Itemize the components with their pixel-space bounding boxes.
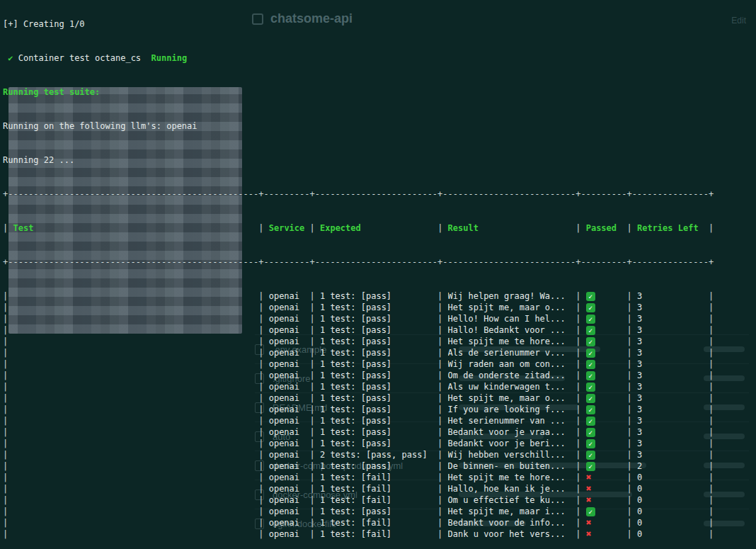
result-cell: Hello! How can I hel...: [448, 313, 571, 324]
test-name-redacted: [13, 381, 253, 392]
column-header: Passed: [586, 222, 622, 234]
service-cell: openai: [269, 438, 305, 449]
passed-cell: ✖: [586, 472, 622, 483]
retries-cell: 3: [637, 347, 704, 358]
table-border-top: +---------------------------------------…: [3, 188, 714, 200]
test-name-redacted: [13, 313, 253, 324]
column-header: Test: [13, 222, 253, 234]
test-name-redacted: [13, 438, 253, 449]
test-name-redacted: [13, 358, 253, 370]
table-row: | | openai | 1 test: [fail] | Dank u voo…: [3, 528, 714, 540]
table-row: | | openai | 1 test: [pass] | Hello! How…: [3, 313, 714, 324]
table-row: | | openai | 2 tests: [pass, pass] | Wij…: [3, 449, 714, 460]
test-name-redacted: [13, 460, 253, 472]
edit-button[interactable]: Edit: [731, 16, 746, 26]
retries-cell: 3: [637, 426, 704, 438]
table-row: | | openai | 1 test: [fail] | Hallo, hoe…: [3, 483, 714, 494]
test-name-redacted: [13, 449, 253, 460]
pass-icon: ✓: [586, 349, 595, 358]
fail-icon: ✖: [586, 472, 592, 482]
service-cell: openai: [269, 324, 305, 336]
table-row: | | openai | 1 test: [pass] | Bedankt vo…: [3, 438, 714, 449]
count-line: Running 22 ...: [3, 154, 714, 166]
service-cell: openai: [269, 483, 305, 494]
pass-icon: ✓: [586, 371, 595, 380]
suite-line: Running test suite:: [3, 86, 714, 98]
pass-icon: ✓: [586, 315, 595, 324]
table-row: | | openai | 1 test: [pass] | Het serien…: [3, 415, 714, 426]
expected-cell: 1 test: [pass]: [320, 347, 433, 358]
creating-text: [+] Creating 1/0: [3, 19, 85, 29]
table-row: | | openai | 1 test: [pass] | Wij raden …: [3, 358, 714, 370]
service-cell: openai: [269, 336, 305, 347]
passed-cell: ✓: [586, 302, 622, 313]
pass-icon: ✓: [586, 428, 595, 437]
test-name-redacted: [13, 324, 253, 336]
terminal-output: [+] Creating 1/0 ✔ Container test octane…: [3, 0, 714, 549]
retries-cell: 3: [637, 404, 704, 415]
pass-icon: ✓: [586, 394, 595, 403]
test-name-redacted: [13, 290, 253, 302]
service-cell: openai: [269, 415, 305, 426]
passed-cell: ✓: [586, 370, 622, 381]
fail-icon: ✖: [586, 528, 592, 539]
passed-cell: ✓: [586, 324, 622, 336]
retries-cell: 3: [637, 381, 704, 392]
passed-cell: ✓: [586, 449, 622, 460]
table-row: | | openai | 1 test: [pass] | Als uw kin…: [3, 381, 714, 392]
retries-cell: 0: [637, 472, 704, 483]
test-name-redacted: [13, 483, 253, 494]
table-row: | | openai | 1 test: [fail] | Het spijt …: [3, 472, 714, 483]
service-cell: openai: [269, 370, 305, 381]
passed-cell: ✓: [586, 290, 622, 302]
table-row: | | openai | 1 test: [pass] | Het spijt …: [3, 392, 714, 404]
pass-icon: ✓: [586, 360, 595, 369]
retries-cell: 3: [637, 302, 704, 313]
expected-cell: 1 test: [fail]: [320, 483, 433, 494]
pass-icon: ✓: [586, 337, 595, 346]
container-status-line: ✔ Container test octane_cs Running: [3, 52, 714, 64]
retries-cell: 0: [637, 517, 704, 528]
expected-cell: 1 test: [pass]: [320, 290, 433, 302]
pass-icon: ✓: [586, 405, 595, 414]
table-row: | | openai | 1 test: [pass] | Het spijt …: [3, 506, 714, 517]
result-cell: Bedankt voor je vraa...: [448, 426, 571, 438]
pass-icon: ✓: [586, 439, 595, 448]
pass-icon: ✓: [586, 303, 595, 312]
passed-cell: ✓: [586, 426, 622, 438]
result-cell: Het spijt me, maar o...: [448, 302, 571, 313]
passed-cell: ✓: [586, 392, 622, 404]
expected-cell: 1 test: [pass]: [320, 438, 433, 449]
service-cell: openai: [269, 381, 305, 392]
retries-cell: 3: [637, 370, 704, 381]
test-name-redacted: [13, 392, 253, 404]
passed-cell: ✓: [586, 506, 622, 517]
expected-cell: 1 test: [pass]: [320, 324, 433, 336]
expected-cell: 1 test: [pass]: [320, 415, 433, 426]
result-cell: Wij helpen graag! Wa...: [448, 290, 571, 302]
passed-cell: ✓: [586, 358, 622, 370]
expected-cell: 1 test: [pass]: [320, 370, 433, 381]
pass-icon: ✓: [586, 451, 595, 460]
table-row: | | openai | 1 test: [fail] | Om u effec…: [3, 494, 714, 506]
expected-cell: 1 test: [pass]: [320, 381, 433, 392]
retries-cell: 3: [637, 392, 704, 404]
pass-icon: ✓: [586, 417, 595, 426]
expected-cell: 1 test: [fail]: [320, 517, 433, 528]
column-header: Result: [448, 222, 571, 234]
passed-cell: ✓: [586, 347, 622, 358]
result-cell: Wij raden aan om con...: [448, 358, 571, 370]
retries-cell: 0: [637, 483, 704, 494]
service-cell: openai: [269, 472, 305, 483]
test-name-redacted: [13, 415, 253, 426]
test-name-redacted: [13, 517, 253, 528]
passed-cell: ✖: [586, 517, 622, 528]
table-header-row: | Test | Service | Expected | Result | P…: [3, 222, 714, 234]
result-cell: Dank u voor het vers...: [448, 528, 571, 540]
service-cell: openai: [269, 404, 305, 415]
pass-icon: ✓: [586, 326, 595, 335]
result-cell: Het spijt me te hore...: [448, 336, 571, 347]
passed-cell: ✖: [586, 494, 622, 506]
retries-cell: 0: [637, 528, 704, 540]
retries-cell: 3: [637, 324, 704, 336]
